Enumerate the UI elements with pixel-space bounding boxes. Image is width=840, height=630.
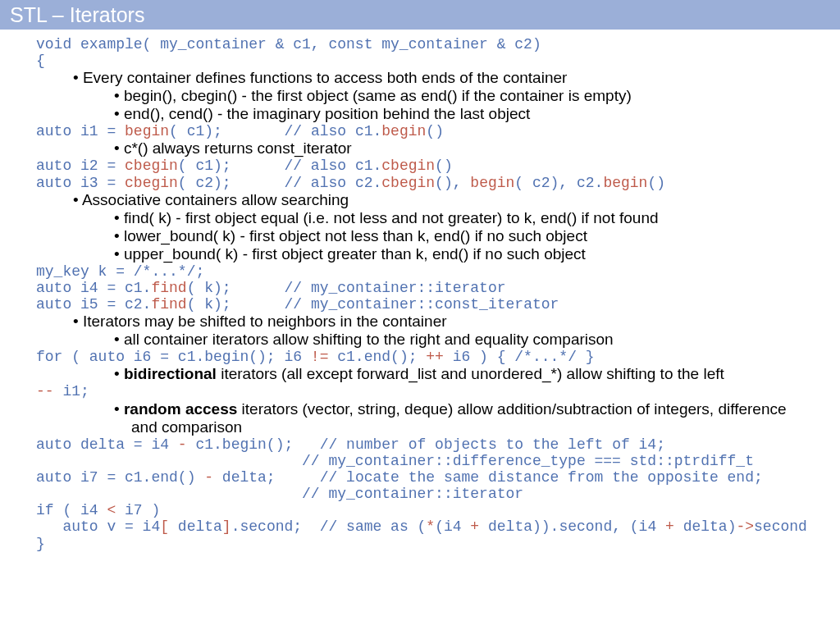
code-delta: auto delta = i4 - c1.begin(); // number … [11, 436, 829, 453]
bullet-begin: begin(), cbegin() - the first object (sa… [11, 87, 829, 105]
code-i3: auto i3 = cbegin( c2); // also c2.cbegin… [11, 175, 829, 191]
bullet-find: find( k) - first object equal (i.e. not … [11, 209, 829, 227]
code-i7: auto i7 = c1.end() - delta; // locate th… [11, 469, 829, 486]
slide-body: void example( my_container & c1, const m… [0, 30, 840, 552]
bullet-assoc: Associative containers allow searching [11, 191, 829, 209]
slide-title: STL – Iterators [10, 3, 144, 27]
code-i1: auto i1 = begin( c1); // also c1.begin() [11, 123, 829, 139]
bullet-allshift: all container iterators allow shifting t… [11, 331, 829, 349]
code-dec: -- i1; [11, 383, 829, 399]
close-brace: } [11, 536, 829, 552]
open-brace: { [11, 52, 829, 69]
code-i7b: // my_container::iterator [11, 486, 829, 502]
bullet-bidir: bidirectional iterators (all except forw… [11, 365, 829, 383]
code-delta2: // my_container::difference_type === std… [11, 453, 829, 469]
code-k: my_key k = /*...*/; [11, 263, 829, 280]
bullet-end: end(), cend() - the imaginary position b… [11, 105, 829, 123]
code-v: auto v = i4[ delta].second; // same as (… [11, 518, 829, 535]
slide-title-bar: STL – Iterators [0, 0, 840, 30]
code-if: if ( i4 < i7 ) [11, 502, 829, 518]
bullet-lower: lower_bound( k) - first object not less … [11, 227, 829, 245]
bullet-container-ends: Every container defines functions to acc… [11, 69, 829, 87]
bullet-rand: random access iterators (vector, string,… [11, 400, 829, 418]
code-i5: auto i5 = c2.find( k); // my_container::… [11, 296, 829, 313]
code-i2: auto i2 = cbegin( c1); // also c1.cbegin… [11, 158, 829, 174]
bullet-shift: Iterators may be shifted to neighbors in… [11, 313, 829, 331]
code-i4: auto i4 = c1.find( k); // my_container::… [11, 280, 829, 296]
code-for: for ( auto i6 = c1.begin(); i6 != c1.end… [11, 349, 829, 365]
fn-signature: void example( my_container & c1, const m… [11, 36, 829, 52]
bullet-upper: upper_bound( k) - first object greater t… [11, 245, 829, 263]
bullet-cstar: c*() always returns const_iterator [11, 139, 829, 158]
bullet-rand-cont: and comparison [11, 418, 829, 436]
